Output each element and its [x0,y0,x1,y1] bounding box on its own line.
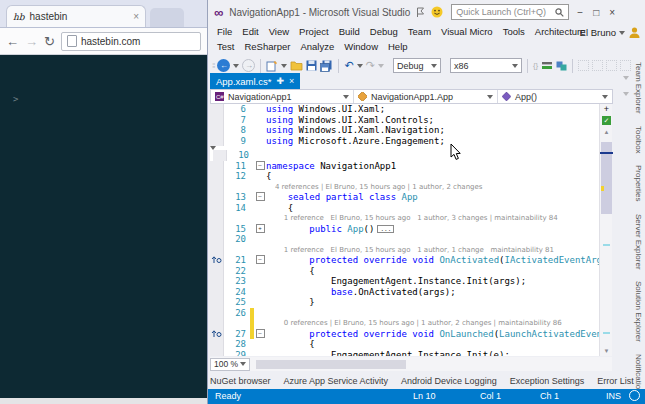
code-text[interactable]: protected override void OnActivated(IAct… [266,255,599,266]
menu-item[interactable]: Project [294,26,334,37]
code-text[interactable] [266,308,599,319]
minimize-button[interactable]: − [577,7,583,18]
refresh-icon[interactable]: ↻ [44,35,55,48]
fold-toggle-icon[interactable]: + [254,224,266,235]
redo-dropdown-icon[interactable] [378,64,384,68]
codelens-line[interactable]: 1 reference El Bruno, 15 hours ago 1 aut… [210,213,599,224]
tool-window-tab[interactable]: Server Explorer [634,214,643,270]
code-line[interactable]: 13– sealed partial class App [210,192,599,203]
code-text[interactable]: protected override void OnLaunched(Launc… [266,329,599,340]
panel-tab[interactable]: Azure App Service Activity [284,376,389,386]
navigate-backward-icon[interactable]: ← [217,59,230,72]
code-text[interactable]: base.OnActivated(args); [266,287,599,298]
menu-item[interactable]: Help [383,41,413,52]
codelens-line[interactable]: 0 references | El Bruno, 15 hours ago | … [210,318,599,329]
code-line[interactable]: 29 EngagementAgent.Instance.Init(e); [210,350,599,357]
new-item-icon[interactable] [266,60,278,72]
redo-icon[interactable]: ↷ [366,59,375,72]
menu-item[interactable]: Window [339,41,383,52]
find-in-files-icon[interactable]: {} [533,61,538,70]
code-text[interactable]: public App()... [266,224,599,235]
scroll-up-icon[interactable]: ▲ [600,129,613,135]
code-line[interactable]: 26 [210,308,599,319]
code-text[interactable]: { [266,266,599,277]
tool-window-tab[interactable]: Solution Explorer [634,281,643,342]
solution-explorer-sync-icon[interactable] [556,61,567,71]
toolbar-grip[interactable]: ⁞⁞ [212,61,214,70]
code-line[interactable]: 14 { [210,203,599,214]
toolbar-overflow-icon[interactable] [606,60,617,71]
close-button[interactable]: × [609,7,615,18]
menu-item[interactable]: Team [403,26,436,37]
fold-toggle-icon[interactable]: – [254,329,266,340]
code-line[interactable]: 12{ [210,171,599,182]
code-text[interactable]: 4 references | El Bruno, 15 hours ago | … [266,182,599,193]
code-text[interactable]: { [266,339,599,350]
panel-tab[interactable]: Android Device Logging [401,376,497,386]
menu-item[interactable]: Visual Micro [436,26,498,37]
fold-toggle-icon[interactable]: – [254,192,266,203]
code-line[interactable]: 8using Windows.UI.Xaml.Navigation; [210,125,599,136]
code-text[interactable]: using Windows.UI.Xaml; [266,104,599,115]
member-dropdown[interactable]: App() [498,90,612,103]
code-text[interactable]: using Windows.UI.Xaml.Navigation; [266,125,599,136]
fold-toggle-icon[interactable]: – [254,161,266,172]
code-text[interactable]: EngagementAgent.Instance.Init(e); [266,350,599,357]
browser-tab-hastebin[interactable]: hb hastebin × [6,5,146,27]
document-tab-appxamlcs[interactable]: App.xaml.cs* ✚ × [210,73,300,89]
toolbar-overflow-icon[interactable] [592,60,603,71]
save-all-icon[interactable] [320,60,333,72]
code-line[interactable]: 21– protected override void OnActivated(… [210,255,599,266]
code-line[interactable]: 6using Windows.UI.Xaml; [210,104,599,115]
panel-tab[interactable]: NuGet browser [210,376,271,386]
code-text[interactable]: } [266,297,599,308]
close-icon[interactable]: × [289,76,294,86]
codelens-line[interactable]: 1 reference El Bruno, 15 hours ago 1 aut… [210,245,599,256]
feedback-smiley-icon[interactable] [431,6,443,18]
tool-window-tab[interactable]: Team Explorer [634,62,643,114]
undo-dropdown-icon[interactable] [357,64,363,68]
code-line[interactable]: 23 EngagementAgent.Instance.Init(args); [210,276,599,287]
project-dropdown[interactable]: C# NavigationApp1 [211,90,354,103]
horizontal-scrollbar[interactable] [256,360,406,369]
back-icon[interactable]: ← [6,35,19,48]
override-gutter-icon[interactable] [210,255,224,266]
code-text[interactable]: EngagementAgent.Instance.Init(args); [266,276,599,287]
panel-tab[interactable]: Exception Settings [510,376,585,386]
code-text[interactable]: using Microsoft.Azure.Engagement; [266,136,599,147]
code-line[interactable]: 11–namespace NavigationApp1 [210,161,599,172]
tab-close-icon[interactable]: × [133,11,139,22]
code-text[interactable]: sealed partial class App [266,192,599,203]
code-line[interactable]: 22 { [210,266,599,277]
code-text[interactable]: { [266,171,599,182]
code-line[interactable]: 28 { [210,339,599,350]
menu-item[interactable]: Analyze [295,41,339,52]
hastebin-page[interactable]: > [0,55,207,396]
code-line[interactable]: 7using Windows.UI.Xaml.Controls; [210,115,599,126]
tab-overflow-icon[interactable] [623,76,629,80]
menu-item[interactable]: View [264,26,294,37]
code-line[interactable]: 24 base.OnActivated(args); [210,287,599,298]
code-text[interactable]: namespace NavigationApp1 [266,161,599,172]
new-item-dropdown-icon[interactable] [281,64,287,68]
menu-item[interactable]: Build [334,26,365,37]
code-line[interactable]: 9using Microsoft.Azure.Engagement; [210,136,599,147]
override-gutter-icon[interactable] [210,329,224,340]
navbar-overflow-icon[interactable] [623,92,629,96]
code-text[interactable]: 0 references | El Bruno, 15 hours ago | … [266,318,599,329]
code-line[interactable]: 20 [210,234,599,245]
code-editor[interactable]: 6using Windows.UI.Xaml;7using Windows.UI… [210,104,599,356]
toolbar-overflow-icon[interactable] [578,60,589,71]
feedback-icon[interactable] [629,390,640,401]
save-icon[interactable] [306,60,317,71]
code-text[interactable]: 1 reference El Bruno, 15 hours ago 1 aut… [266,213,599,224]
fold-toggle-icon[interactable]: – [254,255,266,266]
forward-icon[interactable]: → [25,35,38,48]
solution-config-dropdown[interactable]: Debug [393,58,441,73]
open-folder-icon[interactable] [290,60,303,71]
menu-item[interactable]: Test [212,41,239,52]
address-bar[interactable]: hastebin.com [61,32,201,51]
code-line[interactable]: 25 } [210,297,599,308]
file-health-check-icon[interactable]: ✓ [602,116,611,125]
code-text[interactable]: 1 reference El Bruno, 15 hours ago 1 aut… [266,245,599,256]
